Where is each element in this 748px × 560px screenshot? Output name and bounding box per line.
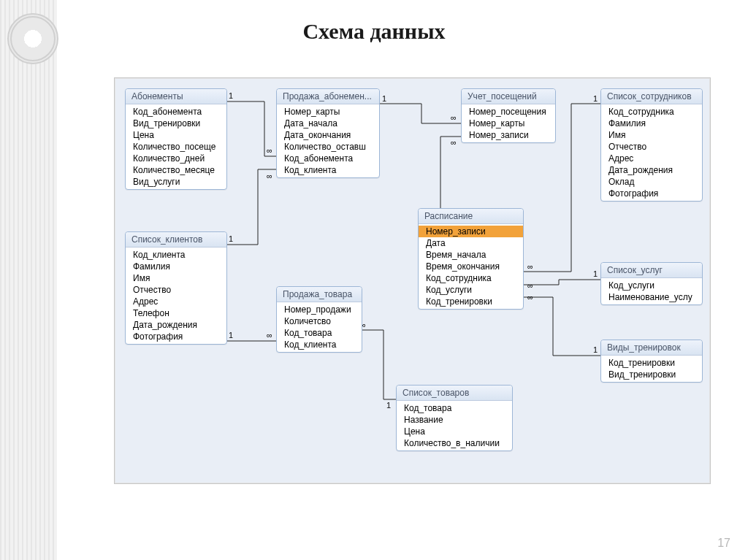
table-schedule[interactable]: Расписание Номер_записи Дата Время_начал… <box>418 208 524 310</box>
field: Код_клиента <box>126 249 226 261</box>
field: Количество_дней <box>126 153 226 164</box>
field: Адрес <box>601 153 702 164</box>
field: Цена <box>397 426 512 437</box>
svg-text:∞: ∞ <box>451 138 457 147</box>
svg-text:∞: ∞ <box>527 293 533 302</box>
table-fields: Номер_продажи Количетсво Код_товара Код_… <box>277 302 362 352</box>
field: Код_тренировки <box>601 357 702 369</box>
field: Количество_месяце <box>126 164 226 176</box>
slide: Схема данных <box>0 0 748 560</box>
field: Фотография <box>126 331 226 342</box>
field: Имя <box>601 129 702 141</box>
table-header: Расписание <box>419 209 523 224</box>
field: Код_услуги <box>419 284 523 296</box>
table-fields: Код_клиента Фамилия Имя Отчество Адрес Т… <box>126 248 226 344</box>
table-fields: Код_услуги Наименование_услу <box>601 278 702 304</box>
table-header: Список_клиентов <box>126 232 226 248</box>
svg-text:∞: ∞ <box>451 113 457 122</box>
table-goods[interactable]: Список_товаров Код_товара Название Цена … <box>396 385 513 451</box>
decorative-strip <box>0 0 57 560</box>
field: Дата_рождения <box>126 319 226 331</box>
svg-text:1: 1 <box>229 91 233 100</box>
table-trainings[interactable]: Виды_тренировок Код_тренировки Вид_трени… <box>600 340 703 383</box>
field: Дата_окончания <box>277 129 379 141</box>
svg-text:1: 1 <box>593 345 598 354</box>
field: Вид_тренировки <box>126 118 226 129</box>
table-fields: Номер_записи Дата Время_начала Время_око… <box>419 224 523 309</box>
svg-text:∞: ∞ <box>527 262 533 271</box>
diagram-canvas: 1 ∞ 1 ∞ ∞ 1 1 ∞ 1 ∞ 1 ∞ 1 ∞ 1 ∞ 1 ∞ <box>114 77 711 484</box>
field: Код_сотрудника <box>601 106 702 118</box>
field: Код_услуги <box>601 280 702 291</box>
svg-text:∞: ∞ <box>267 172 272 180</box>
field-highlighted: Номер_записи <box>419 226 523 237</box>
field: Номер_записи <box>462 129 555 141</box>
svg-text:1: 1 <box>382 94 386 103</box>
svg-text:1: 1 <box>386 401 391 410</box>
table-header: Список_сотрудников <box>601 89 702 104</box>
table-header: Продажа_товара <box>277 287 362 302</box>
field: Название <box>397 414 512 426</box>
field: Номер_карты <box>462 118 555 129</box>
field: Количество_оставш <box>277 141 379 153</box>
table-abonements[interactable]: Абонементы Код_абонемента Вид_тренировки… <box>125 88 227 190</box>
table-sale-goods[interactable]: Продажа_товара Номер_продажи Количетсво … <box>276 286 362 353</box>
field: Отчество <box>126 284 226 296</box>
table-header: Абонементы <box>126 89 226 104</box>
field: Код_абонемента <box>277 153 379 164</box>
field: Код_тренировки <box>419 296 523 307</box>
field: Фамилия <box>601 118 702 129</box>
field: Фамилия <box>126 261 226 272</box>
table-fields: Код_сотрудника Фамилия Имя Отчество Адре… <box>601 104 702 201</box>
svg-text:1: 1 <box>229 234 233 243</box>
table-sale-abonements[interactable]: Продажа_абонемен... Номер_карты Дата_нач… <box>276 88 380 178</box>
field: Код_товара <box>397 402 512 414</box>
svg-text:∞: ∞ <box>267 331 272 340</box>
table-fields: Номер_карты Дата_начала Дата_окончания К… <box>277 104 379 177</box>
field: Телефон <box>126 307 226 319</box>
field: Код_абонемента <box>126 106 226 118</box>
field: Вид_тренировки <box>601 369 702 380</box>
table-fields: Код_тренировки Вид_тренировки <box>601 356 702 382</box>
field: Номер_карты <box>277 106 379 118</box>
svg-text:∞: ∞ <box>267 146 272 155</box>
svg-text:1: 1 <box>593 94 598 103</box>
field: Номер_посещения <box>462 106 555 118</box>
field: Фотография <box>601 188 702 199</box>
field: Время_окончания <box>419 261 523 272</box>
table-visits[interactable]: Учет_посещений Номер_посещения Номер_кар… <box>461 88 556 143</box>
svg-text:1: 1 <box>593 269 598 278</box>
table-header: Учет_посещений <box>462 89 555 104</box>
page-title: Схема данных <box>0 19 748 44</box>
field: Количество_посеще <box>126 141 226 153</box>
field: Код_сотрудника <box>419 272 523 284</box>
field: Оклад <box>601 176 702 188</box>
field: Отчество <box>601 141 702 153</box>
table-header: Список_товаров <box>397 386 512 401</box>
svg-text:1: 1 <box>229 331 233 340</box>
field: Цена <box>126 129 226 141</box>
field: Количество_в_наличии <box>397 437 512 449</box>
table-services[interactable]: Список_услуг Код_услуги Наименование_усл… <box>600 262 703 305</box>
table-fields: Номер_посещения Номер_карты Номер_записи <box>462 104 555 142</box>
field: Наименование_услу <box>601 291 702 303</box>
table-employees[interactable]: Список_сотрудников Код_сотрудника Фамили… <box>600 88 703 202</box>
slide-number: 17 <box>717 537 730 550</box>
table-clients[interactable]: Список_клиентов Код_клиента Фамилия Имя … <box>125 231 227 345</box>
field: Дата <box>419 237 523 249</box>
field: Имя <box>126 272 226 284</box>
table-header: Список_услуг <box>601 263 702 278</box>
table-header: Виды_тренировок <box>601 340 702 356</box>
field: Количетсво <box>277 315 362 327</box>
field: Дата_рождения <box>601 164 702 176</box>
field: Вид_услуги <box>126 176 226 188</box>
field: Адрес <box>126 296 226 307</box>
table-fields: Код_абонемента Вид_тренировки Цена Колич… <box>126 104 226 189</box>
field: Дата_начала <box>277 118 379 129</box>
field: Код_клиента <box>277 164 379 176</box>
field: Время_начала <box>419 249 523 261</box>
field: Код_клиента <box>277 339 362 350</box>
table-header: Продажа_абонемен... <box>277 89 379 104</box>
table-fields: Код_товара Название Цена Количество_в_на… <box>397 401 512 450</box>
svg-text:∞: ∞ <box>527 281 533 290</box>
